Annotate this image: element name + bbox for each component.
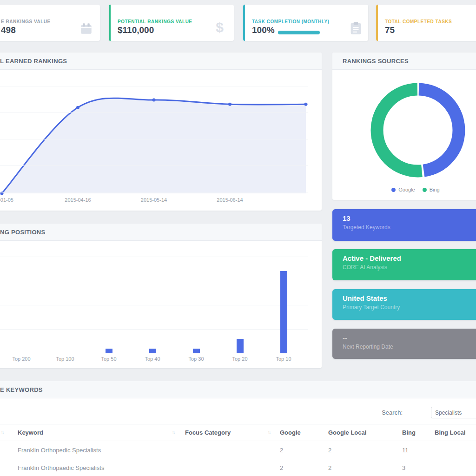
x-axis-label: Top 200 xyxy=(12,356,30,362)
ranking-positions-chart: Top 200Top 100Top 50Top 40Top 30Top 20To… xyxy=(0,241,308,368)
bing-legend-dot xyxy=(423,188,427,192)
legend-item-bing[interactable]: Bing xyxy=(423,187,440,192)
stat-value: 75 xyxy=(385,25,395,35)
x-axis-label: -01-05 xyxy=(0,197,13,203)
sort-icon[interactable]: ↑↓ xyxy=(268,430,270,435)
x-axis-label: Top 100 xyxy=(56,356,74,362)
search-row: Search: xyxy=(0,407,476,419)
bar-top-30 xyxy=(193,349,200,353)
x-axis-label: Top 50 xyxy=(101,356,116,362)
legend-item-google[interactable]: Google xyxy=(391,187,415,192)
targeted-keywords-card: 13 Targeted Keywords xyxy=(332,209,476,241)
info-label: CORE AI Analysis xyxy=(343,264,476,271)
card-header: E KEYWORDS xyxy=(0,381,476,398)
sort-icon[interactable]: ↑↓ xyxy=(1,430,3,435)
cell-google-local: 2 xyxy=(328,447,331,454)
search-label: Search: xyxy=(363,409,403,416)
cell-google: 2 xyxy=(280,447,283,454)
card-header: NG POSITIONS xyxy=(0,224,322,241)
rankings-sources-card: RANKINGS SOURCES Google Bing xyxy=(332,53,476,200)
target-country-card: United States Primary Target Country xyxy=(332,289,476,320)
stat-card-potential-value: POTENTIAL RANKINGS VALUE $110,000 $ xyxy=(109,5,234,41)
card-header: RANKINGS SOURCES xyxy=(332,53,476,70)
stat-card-completed-tasks: TOTAL COMPLETED TASKS 75 xyxy=(376,5,476,41)
column-header-bing[interactable]: Bing xyxy=(402,429,416,436)
earned-rankings-card: L EARNED RANKINGS -01-052015-04-162015-0… xyxy=(0,53,322,211)
stat-label: E RANKINGS VALUE xyxy=(1,19,51,24)
chart-gridline xyxy=(0,139,308,139)
dollar-icon: $ xyxy=(216,20,224,35)
chart-gridline xyxy=(0,86,308,86)
bar-top-10 xyxy=(280,271,287,353)
stat-card-task-completion: TASK COMPLETION (MONTHLY) 100% xyxy=(243,5,368,41)
legend-label: Bing xyxy=(430,187,440,192)
x-axis-label: Top 40 xyxy=(145,356,160,362)
chart-gridline xyxy=(0,165,308,166)
line-chart-svg xyxy=(0,70,308,210)
ranking-positions-card: NG POSITIONS Top 200Top 100Top 50Top 40T… xyxy=(0,224,322,368)
column-header-focus-category[interactable]: Focus Category xyxy=(185,429,231,436)
card-accent xyxy=(243,5,245,41)
keywords-title: E KEYWORDS xyxy=(0,386,43,393)
x-axis-label: 2015-04-16 xyxy=(65,197,91,203)
keywords-card: E KEYWORDS Search: ↑↓ Keyword ↑↓ Focus C… xyxy=(0,381,476,476)
earned-rankings-chart: -01-052015-04-162015-05-142015-06-14 xyxy=(0,70,308,210)
chart-gridline xyxy=(0,329,308,330)
x-axis-label: Top 10 xyxy=(276,356,291,362)
cell-bing: 11 xyxy=(402,447,409,454)
stat-value: 100% xyxy=(252,25,275,35)
dashboard-page: E RANKINGS VALUE 498 POTENTIAL RANKINGS … xyxy=(0,0,476,476)
stat-label: TASK COMPLETION (MONTHLY) xyxy=(252,19,329,24)
bar-top-20 xyxy=(237,339,244,353)
info-label: Targeted Keywords xyxy=(343,224,476,231)
stat-value: $110,000 xyxy=(118,25,154,35)
bar-top-40 xyxy=(149,349,156,353)
cell-google: 2 xyxy=(280,464,283,471)
cell-bing: 3 xyxy=(402,464,405,471)
ranking-positions-title: NG POSITIONS xyxy=(0,229,46,236)
donut-chart xyxy=(367,79,469,181)
x-axis-label: Top 20 xyxy=(232,356,247,362)
search-input[interactable] xyxy=(431,407,476,418)
info-value: 13 xyxy=(343,214,476,222)
x-axis-label: 2015-06-14 xyxy=(217,197,243,203)
clipboard-icon xyxy=(350,21,362,35)
stat-label: TOTAL COMPLETED TASKS xyxy=(385,19,452,24)
table-row[interactable]: Franklin Orthopedic Specialists 2 2 11 xyxy=(0,442,476,459)
keywords-table-body: Franklin Orthopedic Specialists 2 2 11 F… xyxy=(0,442,476,476)
card-header: L EARNED RANKINGS xyxy=(0,53,322,70)
task-progress-bar xyxy=(278,31,320,34)
card-accent xyxy=(376,5,378,41)
cell-keyword: Franklin Orthopaedic Specialists xyxy=(18,464,104,471)
column-header-google[interactable]: Google xyxy=(280,429,301,436)
stat-value: 498 xyxy=(1,25,16,35)
table-header-row: ↑↓ Keyword ↑↓ Focus Category ↑↓ Google G… xyxy=(0,424,476,441)
table-row[interactable]: Franklin Orthopaedic Specialists 2 2 3 xyxy=(0,459,476,476)
cell-keyword: Franklin Orthopedic Specialists xyxy=(18,447,101,454)
sort-icon[interactable]: ↑↓ xyxy=(172,430,174,435)
column-header-bing-local[interactable]: Bing Local xyxy=(435,429,465,436)
chart-gridline xyxy=(0,192,308,192)
cell-google-local: 2 xyxy=(328,464,331,471)
stat-card-rankings-value: E RANKINGS VALUE 498 xyxy=(0,5,100,41)
earned-rankings-title: L EARNED RANKINGS xyxy=(0,58,67,65)
calendar-icon xyxy=(80,22,93,35)
chart-gridline xyxy=(0,281,308,281)
rankings-sources-title: RANKINGS SOURCES xyxy=(343,58,409,65)
x-axis-label: 2015-05-14 xyxy=(141,197,167,203)
donut-legend: Google Bing xyxy=(332,187,476,192)
chart-gridline xyxy=(0,257,308,257)
info-value: United States xyxy=(343,294,476,302)
card-accent xyxy=(109,5,111,41)
chart-gridline xyxy=(0,305,308,305)
chart-gridline xyxy=(0,112,308,113)
x-axis-label: Top 30 xyxy=(188,356,204,362)
column-header-google-local[interactable]: Google Local xyxy=(328,429,366,436)
column-header-keyword[interactable]: Keyword xyxy=(18,429,43,436)
info-value: -- xyxy=(343,334,476,342)
info-label: Next Reporting Date xyxy=(343,344,476,350)
legend-label: Google xyxy=(398,187,415,192)
core-ai-analysis-card: Active - Delivered CORE AI Analysis xyxy=(332,249,476,280)
stat-label: POTENTIAL RANKINGS VALUE xyxy=(118,19,192,24)
next-reporting-date-card: -- Next Reporting Date xyxy=(332,329,476,359)
